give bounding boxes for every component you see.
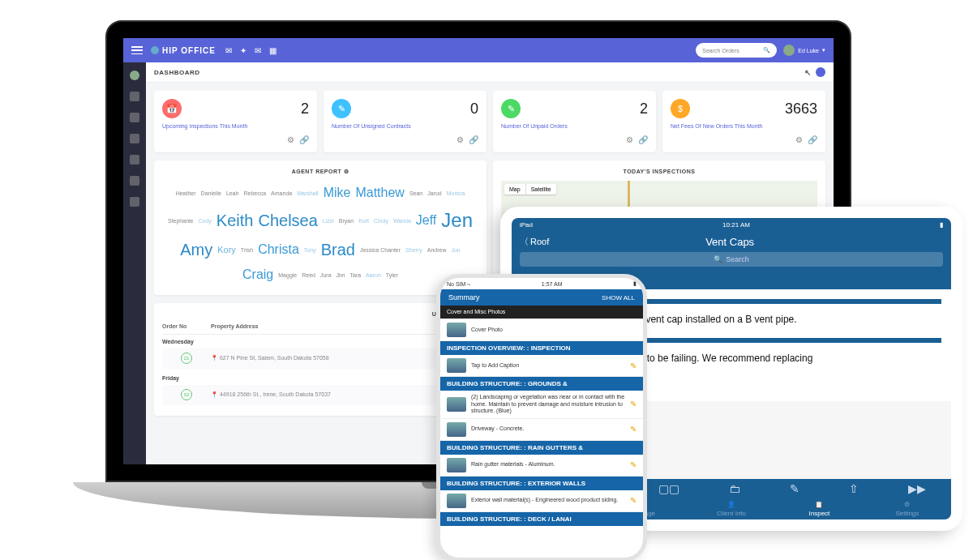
pencil-icon[interactable]: ✎: [630, 400, 637, 408]
tab-client[interactable]: 👤Client Info: [688, 501, 775, 517]
grid-icon[interactable]: ▦: [269, 46, 276, 55]
battery-icon: ▮: [633, 280, 637, 287]
gear-icon[interactable]: ⚙: [344, 169, 349, 174]
show-all-button[interactable]: SHOW ALL: [602, 294, 635, 301]
header-toolbar: ✉ ✦ ✉ ▦: [225, 46, 276, 55]
gear-icon[interactable]: ⚙: [626, 135, 633, 144]
stat-label: Net Fees Of New Orders This Month: [671, 123, 817, 129]
pencil-icon[interactable]: ✎: [630, 460, 637, 469]
gear-icon[interactable]: ⚙: [287, 135, 294, 144]
stat-card-fees: $ 3663 Net Fees Of New Orders This Month…: [662, 91, 825, 152]
logo-icon: [151, 46, 159, 54]
stat-label: Number Of Unsigned Contracts: [332, 123, 478, 129]
sidebar-item-4[interactable]: [130, 155, 139, 165]
gear-icon: ⚙: [904, 501, 910, 508]
person-icon: 👤: [727, 501, 735, 508]
stat-value: 3663: [785, 100, 817, 118]
user-name: Ed Luke: [798, 48, 819, 53]
action-button[interactable]: [816, 67, 825, 77]
chat-icon[interactable]: ✉: [255, 46, 261, 55]
bell-icon[interactable]: ✦: [240, 46, 246, 55]
tab-inspect[interactable]: 📋Inspect: [775, 501, 863, 517]
agent-report-panel: AGENT REPORT ⚙ HeatherDanielleLeahRebecc…: [154, 160, 486, 295]
sidebar-item-1[interactable]: [130, 92, 139, 101]
search-icon: 🔍: [763, 47, 770, 53]
breadcrumb-bar: DASHBOARD ↖: [146, 62, 834, 83]
app-header: HIP OFFICE ✉ ✦ ✉ ▦ Search Orders 🔍 Ed Lu…: [123, 38, 834, 62]
stat-card-contracts: ✎ 0 Number Of Unsigned Contracts ⚙🔗: [324, 91, 486, 152]
map-btn-satellite[interactable]: Satellite: [526, 184, 556, 195]
sidebar-item-2[interactable]: [130, 113, 139, 122]
map-controls: Map Satellite: [504, 184, 556, 195]
phone-status-bar: No SIM ⏦ 1:57 AM ▮: [440, 278, 643, 289]
panel-title: TODAY'S INSPECTIONS: [501, 169, 817, 174]
sidebar-item-6[interactable]: [130, 197, 139, 207]
stat-card-inspections: 📅 2 Upcoming Inspections This Month ⚙🔗: [154, 91, 317, 152]
mail-icon[interactable]: ✉: [225, 46, 232, 55]
list-item[interactable]: Exterior wall material(s) - Engineered w…: [440, 490, 643, 512]
user-menu[interactable]: Ed Luke ▾: [783, 45, 825, 56]
list-item[interactable]: Rain gutter materials - Aluminum.✎: [440, 455, 643, 477]
phone-device: No SIM ⏦ 1:57 AM ▮ Summary SHOW ALL Cove…: [436, 274, 647, 560]
search-placeholder: Search Orders: [702, 48, 739, 53]
avatar: [783, 45, 795, 56]
search-input[interactable]: 🔍 Search: [520, 252, 943, 267]
category-header: INSPECTION OVERVIEW: : INSPECTION: [440, 341, 643, 355]
link-icon[interactable]: 🔗: [808, 135, 817, 144]
book-icon[interactable]: ▢▢: [658, 482, 679, 495]
calendar-icon: 📅: [162, 99, 182, 118]
page-title: DASHBOARD: [154, 69, 200, 76]
search-input[interactable]: Search Orders 🔍: [696, 43, 777, 58]
thumbnail: [447, 323, 466, 337]
pencil-icon[interactable]: ✎: [630, 496, 637, 505]
hamburger-icon[interactable]: [131, 46, 143, 54]
list-item[interactable]: Driveway - Concrete.✎: [440, 419, 643, 441]
search-icon: 🔍: [714, 255, 722, 263]
list-item[interactable]: (2) Landscaping or vegetation was near o…: [440, 391, 643, 418]
stat-value: 2: [301, 100, 309, 118]
sidebar-item-3[interactable]: [130, 134, 139, 143]
pencil-icon[interactable]: ✎: [630, 361, 637, 370]
sidebar: [123, 62, 146, 464]
tablet-search-wrap: 🔍 Search: [512, 252, 951, 270]
folder-icon[interactable]: 🗀: [729, 482, 740, 495]
category-header: BUILDING STRUCTURE: : GROUNDS &: [440, 377, 643, 391]
cursor-icon: ↖: [804, 68, 812, 77]
tablet-title: Vent Caps: [549, 236, 911, 248]
tablet-status-bar: iPad 10:21 AM ▮: [512, 218, 951, 231]
wordcloud: HeatherDanielleLeahRebeccaAmanda Marshal…: [162, 182, 478, 287]
sidebar-avatar[interactable]: [130, 71, 139, 80]
link-icon[interactable]: 🔗: [638, 135, 648, 144]
map-btn-map[interactable]: Map: [504, 184, 526, 195]
tablet-nav: 〈 Roof Vent Caps: [512, 231, 951, 252]
stat-value: 0: [470, 100, 478, 118]
category-header: BUILDING STRUCTURE: : EXTERIOR WALLS: [440, 477, 643, 490]
sidebar-item-5[interactable]: [130, 176, 139, 186]
list-item[interactable]: Tap to Add Caption✎: [440, 355, 643, 377]
phone-header: Summary SHOW ALL: [440, 289, 643, 306]
app-name: HIP OFFICE: [162, 46, 216, 55]
pin-icon: 📍: [211, 391, 218, 397]
pencil-icon: ✎: [501, 99, 521, 118]
category-header: BUILDING STRUCTURE: : DECK / LANAI: [440, 512, 643, 526]
forward-icon[interactable]: ▶▶: [908, 482, 926, 495]
stat-label: Number Of Unpaid Orders: [501, 123, 648, 129]
link-icon[interactable]: 🔗: [469, 135, 478, 144]
edit-icon[interactable]: ✎: [790, 482, 799, 495]
dollar-icon: $: [671, 99, 690, 118]
clipboard-icon: 📋: [815, 501, 823, 508]
list-item[interactable]: Cover Photo: [440, 319, 643, 341]
share-icon[interactable]: ⇧: [849, 482, 859, 495]
battery-icon: ▮: [940, 221, 943, 229]
stat-row: 📅 2 Upcoming Inspections This Month ⚙🔗 ✎…: [146, 83, 834, 160]
back-button[interactable]: 〈 Roof: [520, 236, 549, 248]
pencil-icon: ✎: [332, 99, 351, 118]
gear-icon[interactable]: ⚙: [456, 135, 464, 144]
link-icon[interactable]: 🔗: [299, 135, 309, 144]
tab-settings[interactable]: ⚙Settings: [864, 501, 951, 517]
pencil-icon[interactable]: ✎: [630, 425, 637, 434]
stat-value: 2: [640, 100, 648, 118]
stat-label: Upcoming Inspections This Month: [162, 123, 309, 129]
gear-icon[interactable]: ⚙: [795, 135, 803, 144]
chevron-left-icon: 〈: [520, 236, 529, 248]
